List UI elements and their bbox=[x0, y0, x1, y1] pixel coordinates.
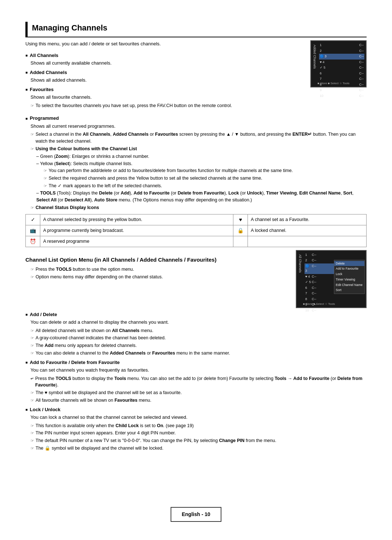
lock-note1: ☞ This function is available only when t… bbox=[30, 422, 367, 429]
favourites-desc: Shows all favourite channels. bbox=[30, 94, 303, 101]
all-channels-section: All Channels Shows all currently availab… bbox=[25, 52, 303, 67]
yellow-item: Yellow (Select): Selects multiple channe… bbox=[36, 160, 367, 189]
status-icon-lock: 🔒 bbox=[233, 225, 248, 236]
add-delete-note2: ☞ A gray-coloured channel indicates the … bbox=[30, 335, 367, 341]
ch2-row: 8C-- bbox=[305, 296, 364, 302]
status-row-2: 📺 A programme currently being broadcast.… bbox=[26, 225, 367, 236]
status-desc-heart: A channel set as a Favourite. bbox=[248, 214, 367, 225]
ch2-row: 1C-- bbox=[305, 252, 364, 258]
screen1-footer: ■ Store ■ Select ☆ Tools bbox=[318, 81, 365, 86]
status-empty-1 bbox=[233, 236, 248, 247]
programmed-desc: Shows all current reserved programmes. bbox=[30, 123, 367, 130]
all-channels-desc: Shows all currently available channels. bbox=[30, 60, 303, 67]
menu-item-delete: Delete bbox=[334, 261, 364, 266]
intro-text: Using this menu, you can add / delete or… bbox=[25, 40, 303, 48]
lock-unlock-desc: You can lock a channel so that the chann… bbox=[30, 414, 367, 421]
lock-unlock-section: Lock / Unlock You can lock a channel so … bbox=[25, 406, 367, 452]
status-desc-lock: A locked channel. bbox=[248, 225, 367, 236]
yellow-subnotes: ☞ You can perform the add/delete or add … bbox=[44, 167, 367, 189]
page-footer: English - 10 bbox=[171, 507, 221, 522]
tv-screen-1: Added Channels 1C-- 2C-- 🔵 3C-- ♥ 4C-- ✓… bbox=[310, 40, 367, 87]
add-favourite-heading: Add to Favourite / Delete from Favourite bbox=[25, 359, 367, 366]
ch-row: 2C-- bbox=[319, 48, 364, 54]
added-channels-desc: Shows all added channels. bbox=[30, 77, 303, 84]
tools-item: TOOLS (Tools): Displays the Delete (or A… bbox=[36, 190, 367, 204]
yellow-note2: ☞ Select the required channels and press… bbox=[44, 175, 367, 182]
favourites-heading: Favourites bbox=[25, 86, 303, 93]
add-delete-desc: You can delete or add a channel to displ… bbox=[30, 319, 367, 326]
channel-list-option-section: Channel List Option Menu (in All Channel… bbox=[25, 250, 367, 308]
added-channels-section: Added Channels Shows all added channels. bbox=[25, 69, 303, 84]
added-channels-heading: Added Channels bbox=[25, 69, 303, 76]
page-title: Managing Channels bbox=[25, 22, 367, 37]
lock-unlock-heading: Lock / Unlock bbox=[25, 406, 367, 413]
yellow-note1: ☞ You can perform the add/delete or add … bbox=[44, 167, 367, 174]
status-table: ✓ A channel selected by pressing the yel… bbox=[25, 214, 367, 247]
add-delete-note3: ☞ The Add menu only appears for deleted … bbox=[30, 342, 367, 349]
screen2-footer: ■ Store ■ Select ☆ Tools bbox=[303, 302, 365, 306]
ch-row-highlighted: 🔵 3C-- bbox=[319, 54, 364, 60]
status-desc-broadcast: A programme currently being broadcast. bbox=[40, 225, 233, 236]
option-note1: ☞ Press the TOOLS button to use the opti… bbox=[30, 266, 289, 273]
lock-note4: ☞ The 🔒 symbol will be displayed and the… bbox=[30, 445, 367, 452]
add-favourite-note3: ☞ All favourite channels will be shown o… bbox=[30, 397, 367, 404]
status-icon-heart: ♥ bbox=[233, 214, 248, 225]
programmed-section: Programmed Shows all current reserved pr… bbox=[25, 115, 367, 247]
yellow-note3: ☞ The ✓ mark appears to the left of the … bbox=[44, 183, 367, 189]
green-item: Green (Zoom): Enlarges or shrinks a chan… bbox=[36, 153, 367, 160]
add-favourite-note1: ↵ Press the TOOLS button to display the … bbox=[30, 375, 367, 389]
menu-item-lock: Lock bbox=[334, 271, 364, 277]
menu-item-edit-channel: Edit Channel Name bbox=[334, 282, 364, 288]
status-row-1: ✓ A channel selected by pressing the yel… bbox=[26, 214, 367, 225]
add-favourite-note2: ☞ The ♥ symbol will be displayed and the… bbox=[30, 389, 367, 396]
channel-list-1: 1C-- 2C-- 🔵 3C-- ♥ 4C-- ✓ 5C-- 6C-- 7C--… bbox=[319, 42, 364, 99]
screen2-menu: Delete Add to Favourite Lock Timer Viewi… bbox=[334, 260, 365, 294]
lock-note3: ☞ The default PIN number of a new TV set… bbox=[30, 437, 367, 444]
ch-row: 6C-- bbox=[319, 71, 364, 77]
add-delete-note1: ☞ All deleted channels will be shown on … bbox=[30, 327, 367, 334]
programmed-note1: ☞ Select a channel in the All Channels, … bbox=[30, 131, 367, 145]
status-row-3: ⏰ A reserved programme bbox=[26, 236, 367, 247]
ch-row: 1C-- bbox=[319, 42, 364, 48]
add-delete-note4: ☞ You can also delete a channel to the A… bbox=[30, 350, 367, 357]
screen2-label: All Channels bbox=[297, 254, 302, 273]
menu-item-sort: Sort bbox=[334, 287, 364, 293]
channel-list-option-heading: Channel List Option Menu (in All Channel… bbox=[25, 256, 289, 264]
option-note2: ☞ Option menu items may differ depending… bbox=[30, 274, 289, 281]
channel-status-label: ☞ Channel Status Display Icons bbox=[30, 204, 367, 211]
channel-list-option-content: Channel List Option Menu (in All Channel… bbox=[25, 250, 289, 281]
lock-note2: ☞ The PIN number input screen appears. E… bbox=[30, 430, 367, 437]
add-favourite-desc: You can set channels you watch frequentl… bbox=[30, 367, 367, 374]
favourites-note: ☞ To select the favourites channels you … bbox=[30, 102, 303, 109]
ch-row: ✓ 5C-- bbox=[319, 65, 364, 71]
add-delete-section: Add / Delete You can delete or add a cha… bbox=[25, 311, 367, 357]
status-icon-check: ✓ bbox=[26, 214, 40, 225]
all-channels-heading: All Channels bbox=[25, 52, 303, 59]
ch-row: ♥ 4C-- bbox=[319, 60, 364, 65]
status-icon-broadcast: 📺 bbox=[26, 225, 40, 236]
status-empty-2 bbox=[248, 236, 367, 247]
ch-row: 10C-- bbox=[319, 93, 364, 99]
tv-screen-2: All Channels 1C-- 2C-- 🔵 3C-- ♥ 4C-- ✓ 5… bbox=[296, 250, 367, 308]
screen1-label: Added Channels bbox=[312, 45, 317, 69]
programmed-heading: Programmed bbox=[25, 115, 367, 122]
colour-buttons-list: Green (Zoom): Enlarges or shrinks a chan… bbox=[36, 153, 367, 204]
ch2-row: 10C-- bbox=[305, 308, 364, 314]
status-icon-reserved: ⏰ bbox=[26, 236, 40, 247]
menu-item-timer-viewing: Timer Viewing bbox=[334, 277, 364, 282]
menu-item-add-favourite: Add to Favourite bbox=[334, 266, 364, 271]
ch-row: 9C-- bbox=[319, 87, 364, 93]
favourites-section: Favourites Shows all favourite channels.… bbox=[25, 86, 303, 109]
status-desc-check: A channel selected by pressing the yello… bbox=[40, 214, 233, 225]
note-icon: ☞ bbox=[30, 103, 34, 109]
colour-buttons-note: ☞ Using the Colour buttons with the Chan… bbox=[30, 146, 367, 152]
add-favourite-section: Add to Favourite / Delete from Favourite… bbox=[25, 359, 367, 404]
status-desc-reserved: A reserved programme bbox=[40, 236, 233, 247]
